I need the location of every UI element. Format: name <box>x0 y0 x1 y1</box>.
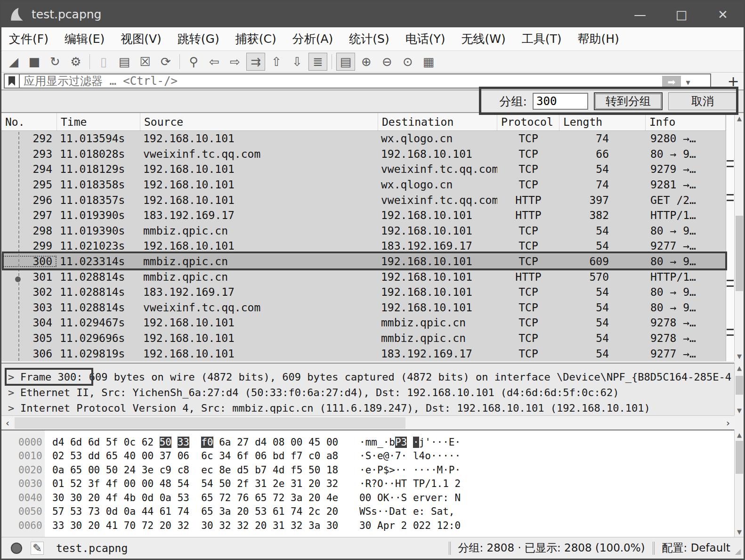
ascii-char[interactable]: 1 <box>431 478 437 489</box>
ascii-char[interactable]: S <box>431 506 437 517</box>
hex-byte[interactable]: 00 <box>142 450 154 462</box>
filter-bookmark-icon[interactable] <box>5 74 20 88</box>
hex-byte[interactable]: 3e <box>142 464 154 476</box>
ascii-char[interactable]: r <box>419 492 425 503</box>
hex-byte[interactable]: 6c <box>201 450 213 462</box>
hex-byte[interactable]: 02 <box>52 450 64 462</box>
ascii-char[interactable]: o <box>425 450 431 462</box>
ascii-char[interactable]: P <box>449 464 455 476</box>
hex-byte[interactable]: 3a <box>219 506 231 517</box>
menu-item-2[interactable]: 视图(V) <box>121 31 162 47</box>
hex-byte[interactable]: 5f <box>106 437 118 448</box>
ascii-char[interactable]: l <box>413 450 419 462</box>
packet-row-293[interactable]: 29311.018028svweixinf.tc.qq.com192.168.1… <box>1 146 726 162</box>
hex-byte[interactable]: 20 <box>326 506 338 517</box>
hex-byte[interactable]: 4e <box>326 492 338 503</box>
hex-byte[interactable]: 20 <box>88 492 100 503</box>
hex-byte[interactable]: 53 <box>70 450 82 462</box>
ascii-char[interactable]: 2 <box>419 520 425 531</box>
ascii-char[interactable]: · <box>395 492 401 503</box>
packet-row-297[interactable]: 29711.019390s183.192.169.17192.168.10.10… <box>1 208 726 223</box>
hex-byte[interactable]: 65 <box>70 464 82 476</box>
ascii-char[interactable]: p <box>383 520 389 531</box>
column-header-no[interactable]: No. <box>1 113 57 130</box>
resize-columns-icon[interactable]: ▦ <box>419 53 438 71</box>
hex-byte[interactable]: 53 <box>178 492 189 503</box>
ascii-char[interactable]: T <box>413 478 419 489</box>
hex-byte[interactable]: 06 <box>178 450 189 462</box>
hex-byte[interactable]: 6d <box>88 437 100 448</box>
hex-byte[interactable]: 65 <box>106 450 118 462</box>
detail-line-2[interactable]: >Internet Protocol Version 4, Src: mmbiz… <box>1 400 734 415</box>
hex-byte[interactable]: c9 <box>160 464 171 476</box>
ascii-char[interactable]: 1 <box>443 478 449 489</box>
ascii-char[interactable]: 3 <box>359 520 365 531</box>
ascii-char[interactable]: O <box>377 478 383 489</box>
hex-byte[interactable]: 74 <box>291 506 302 517</box>
maximize-button[interactable]: □ <box>661 1 702 27</box>
ascii-char[interactable]: e <box>431 492 437 503</box>
go-to-packet-icon[interactable]: ⇉ <box>246 53 265 71</box>
ascii-char[interactable]: S <box>365 506 372 517</box>
scroll-up-icon[interactable]: ▲ <box>735 113 744 123</box>
ascii-char[interactable]: · <box>401 464 407 476</box>
hex-byte[interactable]: f7 <box>291 450 302 462</box>
hex-bytes[interactable]: 33 30 20 41 70 72 20 32 30 32 32 20 31 3… <box>45 520 338 531</box>
ascii-char[interactable]: 3 <box>401 437 407 448</box>
capture-options-icon[interactable]: ⚙ <box>66 53 85 71</box>
ascii-char[interactable]: · <box>401 450 407 462</box>
hex-byte[interactable]: 8e <box>219 464 231 476</box>
packet-row-303[interactable]: 30311.028814svweixinf.tc.qq.com192.168.1… <box>1 300 726 316</box>
hex-byte[interactable]: 44 <box>142 506 154 517</box>
ascii-char[interactable]: e <box>377 450 383 462</box>
hscrollbar-thumb[interactable] <box>15 417 405 429</box>
ascii-char[interactable]: · <box>455 464 461 476</box>
ascii-char[interactable]: : <box>419 506 425 517</box>
filter-apply-icon[interactable]: ➡ <box>662 76 681 88</box>
ascii-char[interactable]: · <box>425 464 431 476</box>
hex-byte[interactable]: 32 <box>326 478 338 489</box>
hex-byte[interactable]: 32 <box>219 520 231 531</box>
ascii-char[interactable]: 7 <box>395 450 401 462</box>
capture-comment-icon[interactable]: ✎ <box>31 542 44 555</box>
ascii-char[interactable]: j <box>419 437 425 448</box>
packet-row-296[interactable]: 29611.018357s192.168.10.101vweixinf.tc.q… <box>1 192 726 208</box>
ascii-char[interactable]: r <box>437 492 443 503</box>
details-hscrollbar[interactable]: ‹ › <box>1 415 734 430</box>
scroll-right-icon[interactable]: › <box>722 416 734 430</box>
ascii-char[interactable]: > <box>389 464 395 476</box>
ascii-char[interactable]: E <box>449 437 455 448</box>
reload-file-icon[interactable]: ⟳ <box>156 53 175 71</box>
packet-row-301[interactable]: 30111.028814smmbiz.qpic.cn192.168.10.101… <box>1 269 726 284</box>
hex-byte[interactable]: 57 <box>52 506 64 517</box>
ascii-char[interactable]: N <box>455 492 461 503</box>
detail-line-1[interactable]: >Ethernet II, Src: YichenSh_6a:27:d4 (50… <box>1 385 734 400</box>
ascii-char[interactable]: a <box>395 506 401 517</box>
column-header-time[interactable]: Time <box>57 113 140 130</box>
ascii-char[interactable]: ' <box>425 437 431 448</box>
ascii-char[interactable]: · <box>431 464 437 476</box>
ascii-char[interactable]: · <box>437 450 443 462</box>
packet-row-294[interactable]: 29411.018129s192.168.10.101vweixinf.tc.q… <box>1 162 726 177</box>
hex-ascii[interactable]: 00 OK··S erver: N <box>359 492 461 503</box>
hex-byte[interactable]: 65 <box>201 506 213 517</box>
ascii-char[interactable]: S <box>401 492 407 503</box>
hex-ascii[interactable]: ·mm_·bP3 ·j'···E· <box>359 437 461 448</box>
ascii-char[interactable]: 0 <box>455 520 461 531</box>
hex-byte[interactable]: 50 <box>219 478 231 489</box>
ascii-char[interactable]: _ <box>377 437 383 448</box>
ascii-char[interactable]: T <box>401 478 407 489</box>
ascii-char[interactable]: e <box>413 492 419 503</box>
save-file-icon[interactable]: ▯ <box>94 53 113 71</box>
ascii-char[interactable]: e <box>365 464 372 476</box>
ascii-char[interactable]: · <box>371 464 377 476</box>
hex-byte[interactable]: 0d <box>106 506 118 517</box>
hex-byte[interactable]: ec <box>201 464 213 476</box>
hex-byte[interactable]: 33 <box>178 437 189 448</box>
hex-byte[interactable]: 50 <box>160 437 171 448</box>
ascii-char[interactable]: · <box>449 450 455 462</box>
hex-byte[interactable]: 37 <box>160 450 171 462</box>
ascii-char[interactable] <box>449 478 455 489</box>
ascii-char[interactable]: · <box>377 506 383 517</box>
hex-byte[interactable]: 30 <box>201 520 213 531</box>
